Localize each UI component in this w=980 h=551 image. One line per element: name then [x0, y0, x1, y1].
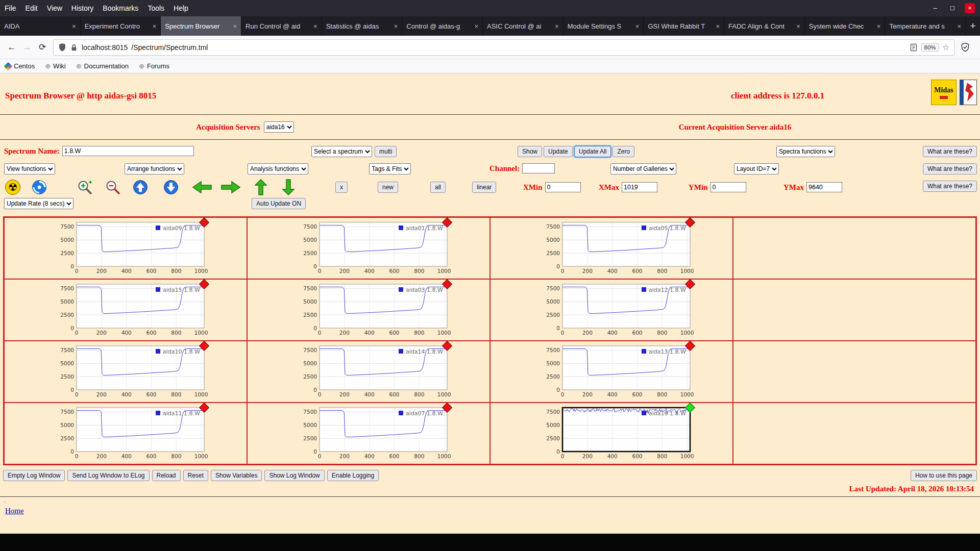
xmin-input[interactable] [545, 182, 581, 192]
what-are-these-button-2[interactable]: What are these? [923, 163, 977, 174]
spectra-functions-dropdown[interactable]: Spectra functions [776, 146, 835, 157]
spectrum-chart[interactable]: 025005000750002004006008001000aida07 1.8… [284, 403, 453, 463]
xmax-input[interactable] [622, 182, 657, 192]
gallery-cell-aida10[interactable]: 025005000750002004006008001000aida10 1.8… [4, 341, 247, 403]
menu-bookmarks[interactable]: Bookmarks [98, 0, 143, 16]
ymin-input[interactable] [710, 182, 746, 192]
tab-close-icon[interactable]: × [233, 22, 237, 30]
gallery-cell-aida15[interactable]: 025005000750002004006008001000aida15 1.8… [4, 279, 247, 341]
zoom-out-icon[interactable] [105, 179, 121, 195]
reload-button[interactable]: Reload [152, 470, 181, 481]
tags-fits-dropdown[interactable]: Tags & Fits [369, 163, 411, 174]
tab-temperature-and-s[interactable]: Temperature and s× [885, 16, 966, 36]
site-security-icon[interactable] [70, 43, 78, 52]
refresh-swirl-icon[interactable] [32, 180, 47, 195]
spectrum-chart[interactable]: 025005000750002004006008001000aida15 1.8… [41, 279, 210, 339]
tab-module-settings-s[interactable]: Module Settings S× [564, 16, 644, 36]
down-arrow-icon[interactable] [281, 179, 296, 196]
gallery-cell-aida01[interactable]: 025005000750002004006008001000aida01 1.8… [247, 217, 490, 279]
tab-experiment-contro[interactable]: Experiment Contro× [81, 16, 161, 36]
reset-button[interactable]: Reset [183, 470, 208, 481]
menu-edit[interactable]: Edit [21, 0, 42, 16]
gallery-cell-aida13[interactable]: 025005000750002004006008001000aida13 1.8… [490, 341, 733, 403]
spectrum-name-input[interactable] [62, 146, 194, 156]
new-button[interactable]: new [378, 182, 398, 193]
what-are-these-button-3[interactable]: What are these? [923, 181, 977, 192]
url-bar[interactable]: localhost:8015 /Spectrum/Spectrum.tml 80… [53, 39, 954, 56]
all-button[interactable]: all [430, 182, 446, 193]
menu-help[interactable]: Help [169, 0, 193, 16]
gallery-cell-aida12[interactable]: 025005000750002004006008001000aida12 1.8… [490, 279, 733, 341]
gallery-cell-aida07[interactable]: 025005000750002004006008001000aida07 1.8… [247, 403, 490, 464]
tab-close-icon[interactable]: × [716, 22, 720, 30]
acquisition-server-select[interactable]: aida16 [264, 121, 294, 133]
tab-close-icon[interactable]: × [957, 22, 961, 30]
empty-log-window-button[interactable]: Empty Log Window [3, 470, 65, 481]
tab-gsi-white-rabbit-t[interactable]: GSI White Rabbit T× [644, 16, 724, 36]
gallery-cell-aida03[interactable]: 025005000750002004006008001000aida03 1.8… [247, 279, 490, 341]
bookmark-documentation[interactable]: ⊕Documentation [76, 62, 129, 70]
tab-run-control-aid[interactable]: Run Control @ aid× [241, 16, 322, 36]
spectrum-chart[interactable]: 025005000750002004006008001000aida12 1.8… [527, 279, 696, 339]
number-of-galleries-dropdown[interactable]: Number of Galleries [610, 163, 676, 174]
reload-button[interactable]: ⟳ [35, 40, 50, 55]
up-arrow-icon[interactable] [254, 179, 268, 196]
tab-close-icon[interactable]: × [394, 22, 398, 30]
zero-button[interactable]: Zero [612, 146, 634, 157]
tab-statistics-aidas[interactable]: Statistics @ aidas× [322, 16, 403, 36]
prev-arrow-icon[interactable] [192, 180, 212, 194]
tab-close-icon[interactable]: × [72, 22, 76, 30]
new-tab-button[interactable]: + [966, 16, 980, 36]
spectrum-chart[interactable]: 025005000750002004006008001000aida16 1.8… [527, 403, 696, 463]
bookmark-centos[interactable]: Centos [5, 62, 35, 70]
gallery-cell-aida09[interactable]: 025005000750002004006008001000aida09 1.8… [4, 217, 247, 279]
close-button[interactable]: × [965, 3, 975, 13]
tab-close-icon[interactable]: × [474, 22, 478, 30]
enable-logging-button[interactable]: Enable Logging [327, 470, 379, 481]
channel-input[interactable] [522, 163, 555, 173]
tab-system-wide-chec[interactable]: System wide Chec× [805, 16, 886, 36]
tracking-protection-icon[interactable] [58, 43, 66, 52]
tab-close-icon[interactable]: × [313, 22, 317, 30]
next-arrow-icon[interactable] [220, 180, 241, 194]
tab-close-icon[interactable]: × [153, 22, 157, 30]
tab-close-icon[interactable]: × [635, 22, 640, 30]
tab-close-icon[interactable]: × [877, 22, 881, 30]
menu-file[interactable]: File [0, 0, 21, 16]
spectrum-chart[interactable]: 025005000750002004006008001000aida09 1.8… [41, 217, 210, 278]
forward-button[interactable]: → [19, 40, 35, 55]
update-button[interactable]: Update [544, 146, 573, 157]
tab-control-aidas-g[interactable]: Control @ aidas-g× [402, 16, 483, 36]
gallery-cell-aida16[interactable]: 025005000750002004006008001000aida16 1.8… [490, 403, 733, 464]
show-button[interactable]: Show [518, 146, 542, 157]
spectrum-chart[interactable]: 025005000750002004006008001000aida10 1.8… [41, 341, 210, 401]
tab-asic-control-ai[interactable]: ASIC Control @ ai× [483, 16, 564, 36]
reader-mode-icon[interactable] [910, 43, 918, 52]
zoom-level-button[interactable]: 80% [921, 43, 939, 52]
linear-button[interactable]: linear [472, 182, 496, 193]
home-link[interactable]: Home [5, 507, 24, 515]
spectrum-chart[interactable]: 025005000750002004006008001000aida11 1.8… [41, 403, 210, 463]
how-to-use-button[interactable]: How to use this page [911, 470, 977, 481]
view-functions-dropdown[interactable]: View functions [4, 163, 55, 174]
arrange-functions-dropdown[interactable]: Arrange functions [125, 163, 184, 174]
gallery-cell-aida05[interactable]: 025005000750002004006008001000aida05 1.8… [490, 217, 733, 279]
minimize-button[interactable]: – [930, 3, 940, 13]
tab-spectrum-browser[interactable]: Spectrum Browser× [161, 16, 241, 36]
ymax-input[interactable] [806, 182, 842, 192]
zoom-in-icon[interactable] [77, 179, 93, 195]
auto-update-button[interactable]: Auto Update ON [252, 198, 306, 209]
show-variables-button[interactable]: Show Variables [211, 470, 262, 481]
bookmark-wiki[interactable]: ⊕Wiki [45, 62, 65, 70]
bookmark-forums[interactable]: ⊕Forums [139, 62, 169, 70]
select-spectrum-dropdown[interactable]: Select a spectrum [311, 146, 372, 157]
tab-close-icon[interactable]: × [796, 22, 800, 30]
spectrum-chart[interactable]: 025005000750002004006008001000aida13 1.8… [527, 341, 696, 401]
spectrum-chart[interactable]: 025005000750002004006008001000aida03 1.8… [284, 279, 453, 339]
spectrum-chart[interactable]: 025005000750002004006008001000aida05 1.8… [527, 217, 696, 278]
spectrum-chart[interactable]: 025005000750002004006008001000aida14 1.8… [284, 341, 453, 401]
gallery-cell-aida14[interactable]: 025005000750002004006008001000aida14 1.8… [247, 341, 490, 403]
gallery-cell-aida11[interactable]: 025005000750002004006008001000aida11 1.8… [4, 403, 247, 464]
multi-button[interactable]: multi [375, 146, 397, 157]
bookmark-star-icon[interactable]: ☆ [943, 43, 949, 52]
